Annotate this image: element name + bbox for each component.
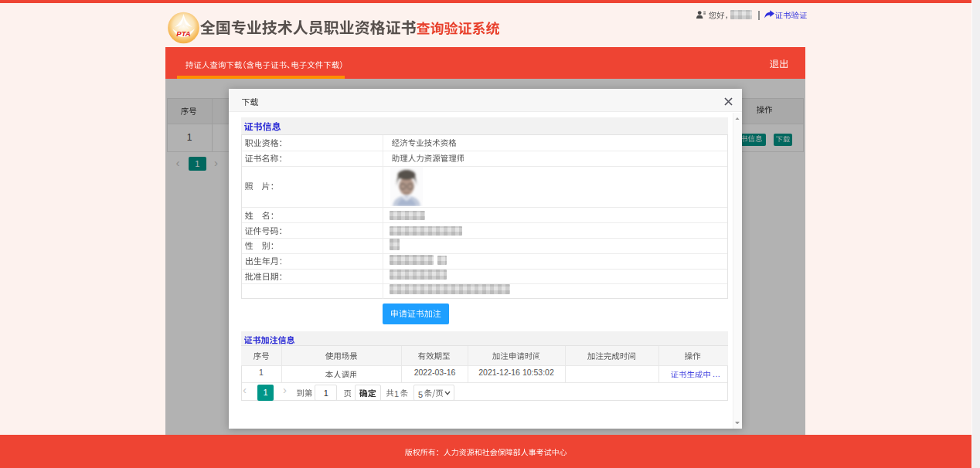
svg-text:PTA: PTA [176,29,190,38]
